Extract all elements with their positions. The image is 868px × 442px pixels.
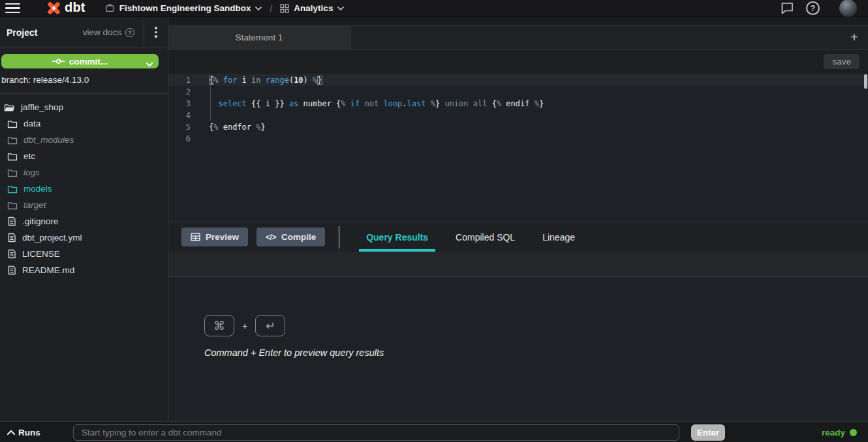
code-line-2[interactable]: 2	[168, 86, 868, 98]
chat-icon[interactable]	[781, 2, 794, 14]
tree-item-etc[interactable]: etc	[0, 148, 168, 164]
tree-item-data[interactable]: data	[0, 115, 168, 132]
tree-item-readme-md[interactable]: README.md	[0, 262, 168, 278]
tree-item-label: LICENSE	[22, 249, 60, 259]
empty-state-hint: ⌘ + ↵ Command + Enter to preview query r…	[204, 315, 384, 358]
editor-column: Statement 1 + save 1{% for i in range(10…	[168, 17, 868, 421]
folder-icon	[7, 152, 18, 161]
runs-toggle[interactable]: Runs	[7, 422, 40, 442]
chevron-down-icon	[337, 7, 344, 10]
preview-label: Preview	[206, 232, 239, 242]
status-bar: Runs Enter ready	[0, 421, 868, 442]
tree-item--gitignore[interactable]: .gitignore	[0, 213, 168, 229]
account-switcher[interactable]: Fishtown Engineering Sandbox	[105, 3, 262, 13]
table-icon	[191, 233, 200, 241]
tree-item-label: models	[23, 184, 52, 194]
results-subheader	[168, 252, 868, 277]
results-tabs: Query ResultsCompiled SQLLineage	[346, 222, 582, 252]
dbt-logo-icon	[46, 0, 62, 16]
view-docs-link[interactable]: view docs ?	[83, 27, 134, 37]
results-tab-lineage[interactable]: Lineage	[535, 222, 582, 252]
folder-icon	[7, 136, 18, 145]
code-line-text	[191, 133, 209, 145]
dbt-command-input[interactable]	[73, 424, 679, 441]
project-switcher[interactable]: Analytics	[280, 3, 344, 13]
toolbar-divider	[339, 226, 339, 248]
sidebar: Project view docs ? commit...	[0, 17, 168, 421]
tree-item-label: README.md	[22, 265, 74, 275]
compile-button[interactable]: </> Compile	[256, 228, 325, 246]
new-tab-button[interactable]: +	[846, 29, 863, 46]
commit-button[interactable]: commit...	[1, 54, 159, 68]
question-circle-icon: ?	[125, 28, 134, 37]
help-icon[interactable]: ?	[806, 1, 820, 15]
code-icon: </>	[266, 233, 276, 242]
editor-scrollbar[interactable]	[864, 74, 867, 89]
tree-item-label: logs	[23, 168, 40, 177]
tree-item-label: jaffle_shop	[21, 102, 63, 112]
results-tab-label: Compiled SQL	[456, 232, 515, 243]
results-tab-label: Query Results	[366, 232, 428, 243]
tree-item-dbt-modules[interactable]: dbt_modules	[0, 132, 168, 148]
briefcase-icon	[105, 3, 115, 13]
user-avatar[interactable]	[839, 0, 857, 17]
code-editor[interactable]: 1{% for i in range(10) %}23 select {{ i …	[168, 73, 868, 222]
code-line-text: {% for i in range(10) %}	[191, 74, 322, 86]
tree-item-logs[interactable]: logs	[0, 164, 168, 181]
tree-item-models[interactable]: models	[0, 181, 168, 197]
tree-item-jaffle-shop[interactable]: jaffle_shop	[0, 99, 168, 115]
editor-tab-statement-1[interactable]: Statement 1	[168, 26, 350, 49]
results-tab-label: Lineage	[542, 232, 575, 243]
preview-button[interactable]: Preview	[181, 228, 248, 246]
sidebar-header: Project view docs ?	[0, 17, 168, 48]
code-line-text: select {{ i }} as number {% if not loop.…	[191, 98, 544, 110]
line-number: 6	[168, 133, 191, 145]
kebab-menu-icon[interactable]	[144, 27, 168, 37]
sidebar-title: Project	[7, 27, 37, 38]
enter-button[interactable]: Enter	[691, 424, 725, 441]
line-number: 1	[168, 74, 191, 86]
chevron-down-icon	[255, 7, 262, 10]
code-line-5[interactable]: 5{% endfor %}	[168, 121, 868, 133]
chevron-down-icon[interactable]	[146, 59, 153, 68]
main-area: Project view docs ? commit...	[0, 17, 868, 421]
status-dot-icon	[850, 429, 857, 436]
code-line-6[interactable]: 6	[168, 133, 868, 145]
line-number: 5	[168, 121, 191, 133]
code-line-4[interactable]: 4	[168, 110, 868, 121]
code-line-text	[191, 86, 209, 98]
code-line-1[interactable]: 1{% for i in range(10) %}	[168, 74, 868, 86]
file-icon	[7, 249, 16, 259]
view-docs-label: view docs	[83, 27, 121, 37]
code-line-text	[191, 110, 209, 121]
file-icon	[7, 233, 16, 243]
results-toolbar: Preview </> Compile Query ResultsCompile…	[168, 222, 868, 252]
commit-icon	[52, 58, 65, 65]
tree-item-target[interactable]: target	[0, 197, 168, 213]
editor-tab-bar: Statement 1 +	[168, 17, 868, 50]
file-tree: jaffle_shopdatadbt_modulesetclogsmodelst…	[0, 94, 168, 278]
chevron-up-icon	[7, 430, 15, 435]
code-line-text: {% endfor %}	[191, 121, 266, 133]
code-line-3[interactable]: 3 select {{ i }} as number {% if not loo…	[168, 98, 868, 110]
return-key-icon: ↵	[255, 315, 285, 336]
commit-label: commit...	[69, 57, 108, 66]
folder-icon	[7, 119, 18, 128]
file-icon	[7, 216, 16, 226]
folder-icon	[7, 184, 18, 194]
dbt-logo: dbt	[46, 0, 85, 16]
tree-item-license[interactable]: LICENSE	[0, 246, 168, 262]
editor-toolbar: save	[168, 50, 868, 73]
results-tab-query-results[interactable]: Query Results	[359, 222, 435, 252]
save-button[interactable]: save	[824, 54, 860, 69]
tree-item-label: .gitignore	[22, 216, 59, 226]
results-tab-compiled-sql[interactable]: Compiled SQL	[448, 222, 522, 252]
tree-item-dbt-project-yml[interactable]: dbt_project.yml	[0, 229, 168, 246]
line-number: 2	[168, 86, 191, 98]
file-icon	[7, 265, 16, 275]
folder-open-icon	[4, 103, 15, 112]
hamburger-menu-icon[interactable]	[0, 0, 26, 17]
dbt-logo-text: dbt	[65, 1, 85, 16]
command-key-icon: ⌘	[204, 315, 234, 336]
empty-state-text: Command + Enter to preview query results	[204, 347, 384, 358]
